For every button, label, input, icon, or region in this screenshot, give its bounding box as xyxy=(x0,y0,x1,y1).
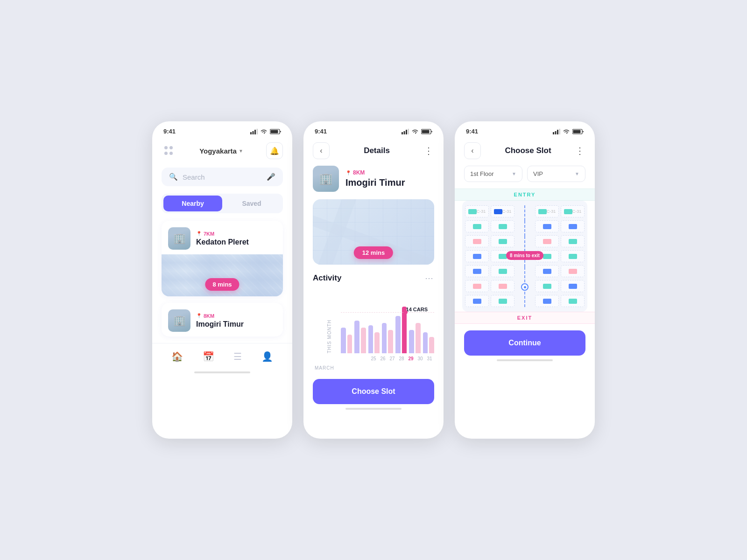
grid-icon[interactable] xyxy=(162,143,176,158)
home-indicator-3 xyxy=(497,359,553,361)
status-icons-3 xyxy=(553,129,584,134)
time-2: 9:41 xyxy=(315,128,327,135)
chart-peak-dot xyxy=(404,310,408,314)
pslot-l7[interactable] xyxy=(465,295,489,307)
list-item-imogiri[interactable]: 🏢 📍 8KM Imogiri Timur xyxy=(162,303,283,336)
back-button-3[interactable]: ‹ xyxy=(464,142,481,159)
nav-home[interactable]: 🏠 xyxy=(167,349,188,364)
nav-calendar[interactable]: 📅 xyxy=(198,349,219,364)
activity-title: Activity xyxy=(313,273,341,283)
pslot-l22[interactable] xyxy=(491,220,514,232)
item-name-1: Kedaton Pleret xyxy=(196,238,276,246)
continue-button[interactable]: Continue xyxy=(464,330,585,356)
pslot-r21[interactable]: C-31 xyxy=(561,205,585,217)
bar-purple-5 xyxy=(409,330,414,353)
path-bot xyxy=(524,292,525,307)
pin-icon-1: 📍 xyxy=(196,231,202,236)
choose-slot-button[interactable]: Choose Slot xyxy=(313,379,434,404)
pslot-l23[interactable] xyxy=(491,235,514,247)
bar-pink-6 xyxy=(429,337,434,353)
entry-label: ENTRY xyxy=(455,189,595,201)
pslot-r24[interactable] xyxy=(561,250,585,262)
item-name-2: Imogiri Timur xyxy=(196,320,276,329)
notification-button[interactable]: 🔔 xyxy=(266,142,283,159)
pslot-r22[interactable] xyxy=(561,220,585,232)
bar-group-1 xyxy=(354,321,366,353)
nav-list[interactable]: ☰ xyxy=(229,349,247,364)
pslot-l3[interactable] xyxy=(465,235,489,247)
svg-rect-14 xyxy=(557,130,558,134)
bar-pink-2 xyxy=(374,332,380,353)
location-button[interactable]: Yogyakarta ▼ xyxy=(199,147,243,155)
path-mid2 xyxy=(524,236,525,252)
vip-filter[interactable]: VIP ▼ xyxy=(527,166,585,182)
pslot-r16[interactable] xyxy=(535,280,559,292)
car-blue-2 xyxy=(473,269,481,274)
battery-icon xyxy=(270,129,281,134)
pslot-l26[interactable] xyxy=(491,280,514,292)
svg-rect-17 xyxy=(573,130,581,133)
calendar-icon: 📅 xyxy=(203,351,214,362)
pslot-r27[interactable] xyxy=(561,295,585,307)
pslot-r26[interactable] xyxy=(561,280,585,292)
screen2-header: ‹ Details ⋮ xyxy=(303,139,444,166)
pslot-r17[interactable] xyxy=(535,295,559,307)
battery-icon-2 xyxy=(421,129,432,134)
floor-filter-chevron: ▼ xyxy=(512,171,516,176)
nav-person[interactable]: 👤 xyxy=(257,349,278,364)
tab-saved[interactable]: Saved xyxy=(222,196,281,211)
list-item-kedaton[interactable]: 🏢 📍 7KM Kedaton Pleret 8 mins xyxy=(162,221,283,296)
pslot-r15[interactable] xyxy=(535,265,559,277)
item-distance-2: 📍 8KM xyxy=(196,313,276,319)
pslot-l2[interactable] xyxy=(465,220,489,232)
pslot-l1[interactable]: C-31 xyxy=(465,205,489,217)
car-pink-5 xyxy=(569,269,577,274)
car-teal-14 xyxy=(569,299,577,304)
tab-nearby[interactable]: Nearby xyxy=(163,196,222,211)
detail-thumb: 🏢 xyxy=(313,166,339,192)
pslot-l25[interactable] xyxy=(491,265,514,277)
pslot-l6[interactable] xyxy=(465,280,489,292)
bar-pink-3 xyxy=(388,330,393,353)
car-pink-1 xyxy=(473,239,481,244)
person-icon: 👤 xyxy=(261,351,273,362)
pslot-l5[interactable] xyxy=(465,265,489,277)
svg-rect-2 xyxy=(254,130,256,134)
screen3-header: ‹ Choose Slot ⋮ xyxy=(455,139,595,166)
car-blue-6 xyxy=(543,299,551,304)
pslot-l27[interactable] xyxy=(491,295,514,307)
pslot-r13[interactable] xyxy=(535,235,559,247)
bar-purple-3 xyxy=(382,323,387,353)
battery-icon-3 xyxy=(572,129,584,134)
floor-filter[interactable]: 1st Floor ▼ xyxy=(464,166,522,182)
svg-rect-9 xyxy=(408,129,409,134)
pslot-l4[interactable] xyxy=(465,250,489,262)
activity-section: Activity ⋯ THIS MONTH 14 CARS xyxy=(303,265,444,371)
screen3: 9:41 ‹ Choose Slot ⋮ 1st Floor ▼ VIP ▼ E… xyxy=(455,121,595,439)
pslot-l21[interactable]: C-31 xyxy=(491,205,514,217)
car-teal-1 xyxy=(468,209,477,214)
pslot-r11[interactable]: C-31 xyxy=(535,205,559,217)
path-mid1 xyxy=(524,221,525,236)
search-bar[interactable]: 🔍 Search 🎤 xyxy=(162,168,283,186)
more-button-2[interactable]: ⋮ xyxy=(424,145,434,156)
item-info-2: 📍 8KM Imogiri Timur xyxy=(196,313,276,329)
parking-path: 8 mins to exit xyxy=(516,205,533,307)
path-dot xyxy=(521,282,529,292)
svg-rect-6 xyxy=(402,132,403,134)
activity-more-button[interactable]: ⋯ xyxy=(425,273,434,283)
pin-icon-detail: 📍 xyxy=(345,170,351,175)
wifi-icon-2 xyxy=(411,129,419,134)
pslot-r23[interactable] xyxy=(561,235,585,247)
pslot-r25[interactable] xyxy=(561,265,585,277)
car-blue-1 xyxy=(473,254,481,259)
chart-wrapper: THIS MONTH 14 CARS xyxy=(313,290,434,371)
more-button-3[interactable]: ⋮ xyxy=(575,145,585,156)
screen3-title: Choose Slot xyxy=(505,146,551,155)
back-button-2[interactable]: ‹ xyxy=(313,142,330,159)
signal-icon-2 xyxy=(402,129,409,134)
time-badge-1: 8 mins xyxy=(205,278,239,291)
mic-icon: 🎤 xyxy=(267,173,275,181)
path-top xyxy=(524,205,525,221)
pslot-r12[interactable] xyxy=(535,220,559,232)
